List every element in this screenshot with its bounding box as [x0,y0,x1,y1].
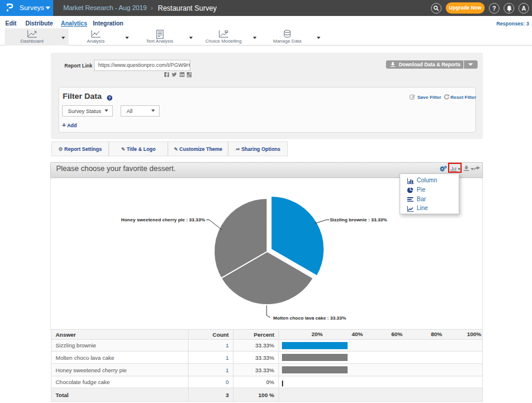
svg-text:Molten choco lava cake : 33.33: Molten choco lava cake : 33.33% [273,315,346,321]
svg-text:Honey sweetened cherry pie : 3: Honey sweetened cherry pie : 33.33% [121,217,205,223]
svg-text:Sizzling brownie : 33.33%: Sizzling brownie : 33.33% [330,217,387,223]
